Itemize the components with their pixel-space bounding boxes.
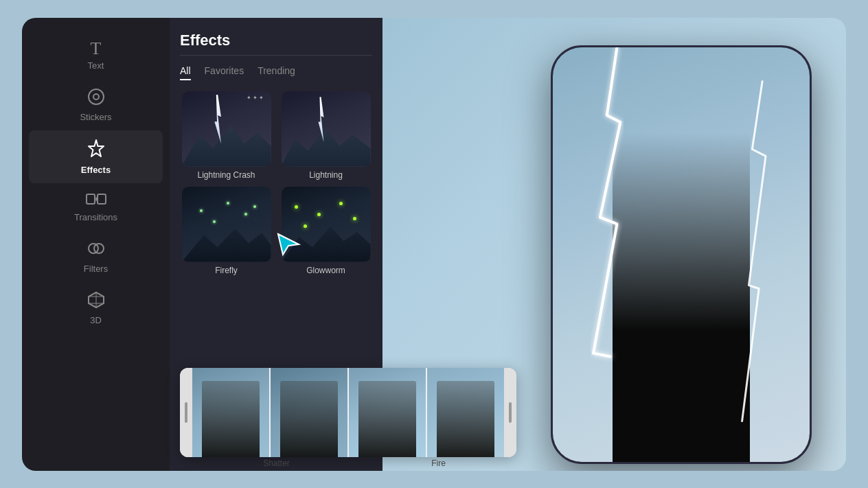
sidebar: T Text Stickers Effects — [22, 18, 170, 471]
timeline-labels: Shatter Fire — [192, 458, 516, 468]
sidebar-item-label: Filters — [84, 264, 108, 274]
timeline-frame-2 — [271, 368, 347, 457]
svg-marker-6 — [278, 234, 299, 255]
transitions-icon — [86, 191, 106, 209]
svg-point-1 — [93, 94, 99, 100]
effect-item-firefly[interactable]: Firefly — [180, 187, 273, 275]
panel-title: Effects — [180, 32, 372, 49]
tab-favorites[interactable]: Favorites — [205, 65, 244, 80]
sidebar-item-label: 3D — [90, 315, 102, 325]
sidebar-item-effects[interactable]: Effects — [29, 130, 163, 183]
timeline-frame-4 — [427, 368, 504, 457]
svg-point-0 — [89, 89, 104, 104]
sidebar-item-transitions[interactable]: Transitions — [22, 183, 170, 231]
timeline-frames — [192, 368, 504, 457]
timeline-label-shatter: Shatter — [263, 458, 290, 468]
phone-screen — [553, 47, 810, 462]
panel-tabs: All Favorites Trending — [180, 65, 372, 80]
phone-mockup — [551, 45, 812, 464]
phone-lightning-svg — [553, 47, 810, 462]
sidebar-item-stickers[interactable]: Stickers — [22, 79, 170, 130]
effect-thumb-lightning-crash: ✦ ✦ ✦ — [182, 91, 271, 167]
effect-thumb-firefly — [182, 187, 271, 262]
effects-icon — [86, 139, 106, 162]
effect-label: Firefly — [215, 266, 238, 275]
effect-label: Lightning — [309, 170, 343, 180]
app-container: T Text Stickers Effects — [22, 18, 846, 471]
effect-thumb-lightning — [282, 91, 371, 167]
effect-item-lightning-crash[interactable]: ✦ ✦ ✦ Lightning Crash — [180, 91, 273, 180]
sidebar-item-text[interactable]: T Text — [22, 32, 170, 79]
sidebar-item-filters[interactable]: Filters — [22, 231, 170, 282]
panel-divider — [180, 55, 372, 56]
timeline-bar[interactable] — [180, 368, 516, 457]
effect-item-lightning[interactable]: Lightning — [279, 91, 372, 180]
text-icon: T — [91, 40, 102, 58]
sidebar-item-label: Text — [88, 60, 104, 71]
timeline-frame-3 — [349, 368, 426, 457]
timeline-label-fire: Fire — [431, 458, 446, 468]
timeline-handle-left[interactable] — [180, 368, 192, 457]
svg-rect-3 — [98, 194, 106, 204]
tab-trending[interactable]: Trending — [258, 65, 295, 80]
sidebar-item-label: Stickers — [80, 112, 111, 122]
timeline-frame-1 — [192, 368, 269, 457]
sidebar-item-label: Transitions — [74, 212, 117, 222]
tab-all[interactable]: All — [180, 65, 191, 80]
filters-icon — [87, 239, 106, 261]
sticker-icon — [87, 87, 106, 109]
sidebar-item-3d[interactable]: 3D — [22, 282, 170, 334]
handle-dot-right — [509, 402, 512, 423]
3d-icon — [87, 290, 106, 312]
sidebar-item-label: Effects — [81, 165, 111, 175]
effect-label: Glowworm — [306, 266, 345, 275]
svg-rect-2 — [87, 194, 95, 204]
timeline-handle-right[interactable] — [504, 368, 516, 457]
effect-label: Lightning Crash — [197, 170, 255, 180]
handle-dot-left — [185, 402, 187, 423]
